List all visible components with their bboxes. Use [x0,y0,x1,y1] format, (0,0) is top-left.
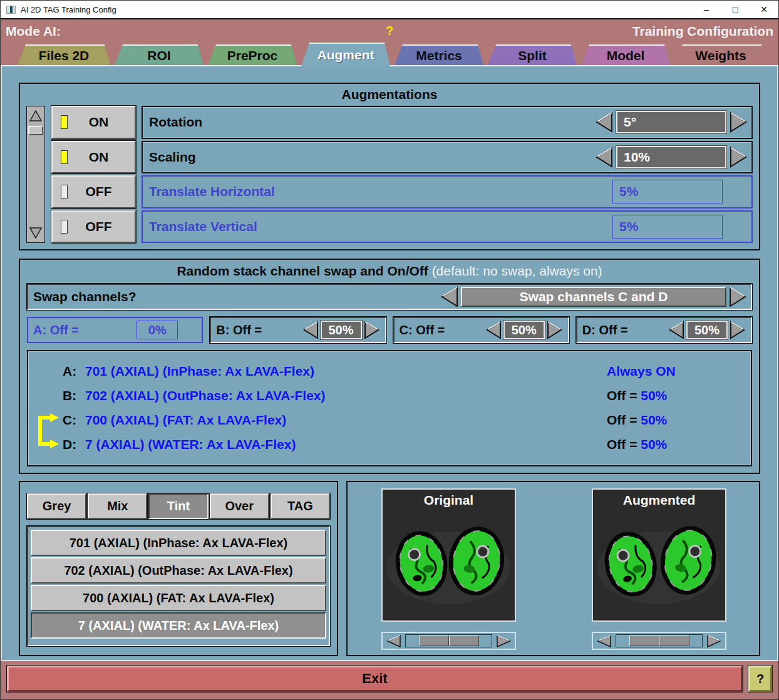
tab-metrics[interactable]: Metrics [395,44,483,65]
grey-mode-button[interactable]: Grey [27,493,86,519]
display-mode-buttons: Grey Mix Tint Over TAG [27,493,330,519]
rotation-increment-button[interactable] [729,111,748,133]
channel-description: 702 (AXIAL) (OutPhase: Ax LAVA-Flex) [85,388,607,403]
channel-status-value: 50% [641,413,667,427]
rotation-value[interactable]: 5° [616,111,726,133]
scroll-thumb[interactable] [419,636,479,646]
channel-a-off-value: 0% [137,321,178,339]
channel-status-prefix: Off = [607,437,641,451]
augmented-image-frame: Augmented [592,488,726,622]
scroll-left-button[interactable] [594,634,614,647]
channel-d-increment-button[interactable] [729,321,746,339]
scaling-increment-button[interactable] [729,147,748,168]
tab-model[interactable]: Model [581,44,670,65]
translate-horizontal-value: 5% [612,180,723,203]
tab-label: Metrics [416,48,462,63]
mode-label: Mode AI: [6,24,61,39]
channel-c-decrement-button[interactable] [485,321,502,339]
right-arrow-icon [728,286,747,307]
translate-vertical-toggle-button[interactable]: OFF [51,210,136,244]
left-arrow-icon [386,634,402,648]
down-arrow-icon [29,227,43,239]
channel-b-decrement-button[interactable] [302,321,319,339]
right-arrow-icon [729,111,748,133]
scroll-track[interactable] [616,634,703,647]
scroll-right-button[interactable] [493,634,513,647]
tab-label: ROI [147,48,170,63]
augmented-slice-scrollbar[interactable] [592,632,726,650]
scroll-thumb[interactable] [629,636,689,646]
tab-label: Augment [317,48,374,63]
channel-c-off-value[interactable]: 50% [503,321,545,339]
channel-b-off-value[interactable]: 50% [321,321,362,339]
tab-label: Split [518,48,547,63]
off-led-indicator [61,220,68,234]
scaling-value[interactable]: 10% [616,146,726,168]
series-button-701[interactable]: 701 (AXIAL) (InPhase: Ax LAVA-Flex) [31,530,326,556]
channel-d-off-value[interactable]: 50% [686,321,728,339]
left-arrow-icon [440,286,459,307]
over-mode-button[interactable]: Over [210,493,269,519]
scroll-down-button[interactable] [27,224,44,242]
footer-help-button[interactable]: ? [748,666,772,692]
channel-c-row: C: 700 (AXIAL) (FAT: Ax LAVA-Flex) Off =… [28,408,751,432]
scroll-right-button[interactable] [704,634,724,647]
channel-a-off-label: A: Off = [33,323,79,337]
on-led-indicator [61,150,68,164]
swap-option-next-button[interactable] [728,286,747,307]
scaling-toggle-button[interactable]: ON [51,141,136,174]
channel-b-increment-button[interactable] [363,321,380,339]
channel-status-prefix: Off = [607,413,641,427]
series-button-7[interactable]: 7 (AXIAL) (WATER: Ax LAVA-Flex) [31,612,326,639]
swap-option-previous-button[interactable] [440,286,459,307]
series-button-700[interactable]: 700 (AXIAL) (FAT: Ax LAVA-Flex) [31,585,326,611]
channel-c-increment-button[interactable] [546,321,563,339]
mix-mode-button[interactable]: Mix [88,493,147,519]
augmentation-row-rotation: ON Rotation 5° [51,106,753,139]
augmentations-scrollbar[interactable] [26,106,45,243]
header-help-icon[interactable]: ? [386,24,393,38]
swap-channels-question: Swap channels? [33,289,137,304]
original-slice-scrollbar[interactable] [381,632,516,650]
right-arrow-icon [729,147,748,168]
close-button[interactable]: ✕ [750,1,778,18]
tab-preproc[interactable]: PreProc [208,44,297,65]
tab-label: PreProc [227,48,278,63]
toggle-state-label: ON [68,115,135,130]
scroll-thumb[interactable] [28,126,43,135]
scaling-decrement-button[interactable] [595,147,614,168]
channel-c-off-label: C: Off = [400,323,445,337]
augmentation-row-scaling: ON Scaling 10% [51,141,753,174]
tab-files-2d[interactable]: Files 2D [18,44,110,65]
channel-assignment-list: A: 701 (AXIAL) (InPhase: Ax LAVA-Flex) A… [27,350,752,466]
exit-button[interactable]: Exit [7,666,743,692]
rotation-toggle-button[interactable]: ON [51,106,136,139]
series-button-702[interactable]: 702 (AXIAL) (OutPhase: Ax LAVA-Flex) [31,557,326,584]
channel-d-off-label: D: Off = [582,323,628,337]
tint-mode-button[interactable]: Tint [148,493,208,519]
tab-label: Files 2D [39,48,90,63]
scroll-track[interactable] [27,136,44,224]
channel-status-prefix: Off = [607,388,641,403]
tab-weights[interactable]: Weights [674,44,767,65]
scroll-track[interactable] [405,634,492,647]
maximize-button[interactable]: □ [721,1,750,18]
scroll-left-button[interactable] [384,634,404,647]
translate-horizontal-toggle-button[interactable]: OFF [51,175,136,208]
minimize-button[interactable]: – [692,1,721,18]
swap-channels-row: Swap channels? Swap channels C and D [27,284,752,310]
app-icon [6,6,16,14]
tab-split[interactable]: Split [488,44,577,65]
original-title: Original [383,493,515,508]
tab-augment[interactable]: Augment [301,43,390,66]
tab-roi[interactable]: ROI [115,44,204,65]
series-list: 701 (AXIAL) (InPhase: Ax LAVA-Flex) 702 … [27,526,330,646]
channel-d-decrement-button[interactable] [668,321,685,339]
app-window: AI 2D TAG Training Config – □ ✕ Mode AI:… [0,0,779,700]
channel-letter: A: [63,364,85,379]
augmentation-row-translate-vertical: OFF Translate Vertical 5% [51,210,753,244]
swap-option-value[interactable]: Swap channels C and D [461,287,726,307]
rotation-decrement-button[interactable] [595,111,614,133]
scroll-up-button[interactable] [27,106,44,125]
tag-mode-button[interactable]: TAG [271,493,330,519]
